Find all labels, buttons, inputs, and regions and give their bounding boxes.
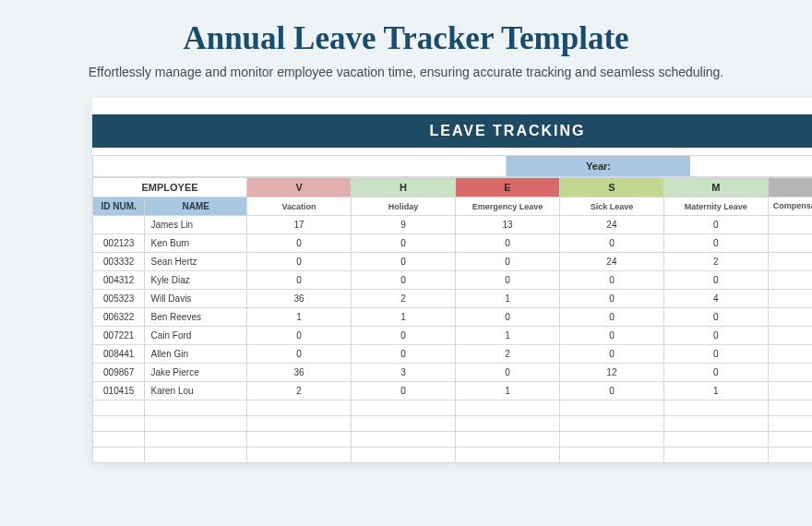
empty-cell[interactable] (768, 400, 812, 416)
cell-c[interactable]: 0 (768, 345, 812, 364)
cell-s[interactable]: 12 (559, 364, 663, 382)
cell-m[interactable]: 1 (663, 382, 768, 400)
cell-e[interactable]: 1 (456, 382, 560, 400)
cell-e[interactable]: 1 (456, 327, 560, 345)
cell-c[interactable]: 0 (768, 327, 812, 345)
empty-cell[interactable] (352, 432, 456, 448)
cell-id[interactable]: 008441 (93, 345, 145, 364)
cell-e[interactable]: 13 (456, 216, 560, 234)
empty-cell[interactable] (93, 432, 145, 448)
empty-cell[interactable] (456, 432, 560, 448)
empty-cell[interactable] (352, 416, 456, 432)
empty-cell[interactable] (663, 448, 768, 463)
cell-m[interactable]: 0 (663, 271, 768, 290)
cell-h[interactable]: 9 (352, 216, 456, 234)
empty-cell[interactable] (663, 432, 768, 448)
cell-v[interactable]: 36 (247, 364, 352, 382)
empty-cell[interactable] (559, 416, 663, 432)
empty-cell[interactable] (247, 448, 352, 463)
cell-id[interactable]: 004312 (93, 271, 145, 290)
empty-cell[interactable] (145, 432, 247, 448)
cell-s[interactable]: 0 (559, 234, 663, 253)
cell-h[interactable]: 0 (352, 382, 456, 400)
cell-h[interactable]: 3 (352, 364, 456, 382)
empty-cell[interactable] (768, 448, 812, 463)
cell-c[interactable]: 0 (768, 364, 812, 382)
cell-v[interactable]: 0 (247, 327, 352, 345)
cell-c[interactable]: 0 (768, 271, 812, 290)
empty-cell[interactable] (93, 400, 145, 416)
empty-cell[interactable] (768, 416, 812, 432)
cell-h[interactable]: 0 (352, 327, 456, 345)
cell-name[interactable]: Karen Lou (145, 382, 247, 400)
cell-name[interactable]: Will Davis (145, 290, 247, 308)
cell-e[interactable]: 0 (456, 271, 560, 290)
cell-h[interactable]: 0 (352, 253, 456, 271)
cell-s[interactable]: 24 (559, 253, 663, 271)
cell-name[interactable]: Cain Ford (145, 327, 247, 345)
cell-s[interactable]: 0 (559, 345, 663, 364)
empty-cell[interactable] (559, 448, 663, 463)
cell-m[interactable]: 0 (663, 308, 768, 327)
cell-c[interactable]: 1 (768, 216, 812, 234)
cell-id[interactable]: 010415 (93, 382, 145, 400)
cell-name[interactable]: Ken Burn (145, 234, 247, 253)
empty-cell[interactable] (352, 400, 456, 416)
cell-id[interactable]: 007221 (93, 327, 145, 345)
cell-m[interactable]: 2 (663, 253, 768, 271)
cell-e[interactable]: 0 (456, 364, 560, 382)
empty-cell[interactable] (456, 400, 560, 416)
cell-name[interactable]: Kyle Diaz (145, 271, 247, 290)
cell-name[interactable]: Ben Reeves (145, 308, 247, 327)
empty-cell[interactable] (352, 448, 456, 463)
cell-m[interactable]: 0 (663, 327, 768, 345)
cell-name[interactable]: Allen Gin (145, 345, 247, 364)
cell-h[interactable]: 0 (352, 234, 456, 253)
cell-s[interactable]: 0 (559, 308, 663, 327)
cell-c[interactable]: 0 (768, 382, 812, 400)
cell-name[interactable]: Jake Pierce (145, 364, 247, 382)
empty-cell[interactable] (559, 400, 663, 416)
cell-s[interactable]: 24 (559, 216, 663, 234)
cell-c[interactable]: 24 (768, 308, 812, 327)
cell-id[interactable]: 006322 (93, 308, 145, 327)
cell-m[interactable]: 0 (663, 216, 768, 234)
empty-cell[interactable] (768, 432, 812, 448)
cell-m[interactable]: 0 (663, 234, 768, 253)
cell-e[interactable]: 0 (456, 234, 560, 253)
cell-id[interactable]: 003332 (93, 253, 145, 271)
cell-c[interactable]: 0 (768, 290, 812, 308)
empty-cell[interactable] (145, 400, 247, 416)
cell-e[interactable]: 1 (456, 290, 560, 308)
cell-e[interactable]: 0 (456, 308, 560, 327)
cell-s[interactable]: 0 (559, 327, 663, 345)
cell-m[interactable]: 0 (663, 345, 768, 364)
year-input-cell[interactable] (691, 156, 812, 176)
empty-cell[interactable] (145, 416, 247, 432)
cell-m[interactable]: 4 (663, 290, 768, 308)
cell-s[interactable]: 0 (559, 290, 663, 308)
empty-cell[interactable] (247, 432, 352, 448)
empty-cell[interactable] (93, 448, 145, 463)
cell-c[interactable]: 0 (768, 253, 812, 271)
cell-h[interactable]: 0 (352, 345, 456, 364)
empty-cell[interactable] (247, 416, 352, 432)
cell-id[interactable]: 005323 (93, 290, 145, 308)
cell-s[interactable]: 0 (559, 271, 663, 290)
cell-id[interactable]: 002123 (93, 234, 145, 253)
cell-v[interactable]: 2 (247, 382, 352, 400)
cell-v[interactable]: 0 (247, 345, 352, 364)
cell-s[interactable]: 0 (559, 382, 663, 400)
cell-e[interactable]: 0 (456, 253, 560, 271)
empty-cell[interactable] (145, 448, 247, 463)
cell-c[interactable]: 2 (768, 234, 812, 253)
empty-cell[interactable] (456, 416, 560, 432)
cell-h[interactable]: 0 (352, 271, 456, 290)
cell-v[interactable]: 0 (247, 234, 352, 253)
cell-m[interactable]: 0 (663, 364, 768, 382)
cell-name[interactable]: Sean Hertz (145, 253, 247, 271)
empty-cell[interactable] (247, 400, 352, 416)
cell-id[interactable]: 009867 (93, 364, 145, 382)
empty-cell[interactable] (663, 416, 768, 432)
cell-name[interactable]: James Lin (145, 216, 247, 234)
